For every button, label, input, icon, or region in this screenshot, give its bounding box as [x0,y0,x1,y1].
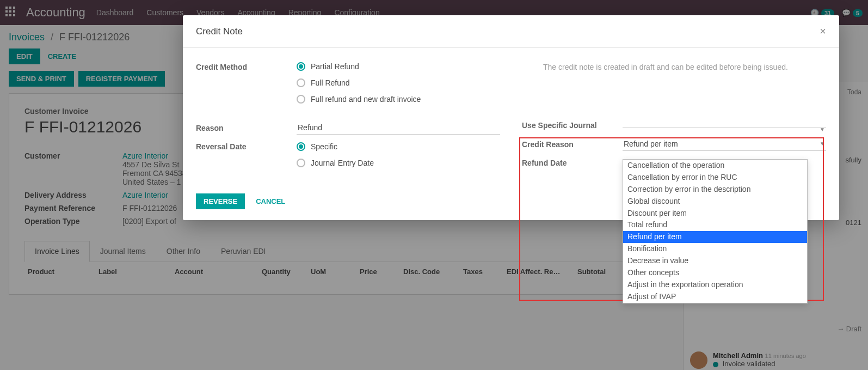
credit-note-hint: The credit note is created in draft and … [543,62,826,111]
dropdown-option[interactable]: Other concepts [623,267,807,279]
credit-reason-select[interactable]: Refund per item ▼ [623,137,826,151]
radio-full-draft-label: Full refund and new draft invoice [311,95,421,104]
credit-note-modal: Credit Note × Credit Method Partial Refu… [183,15,839,220]
radio-full-label: Full Refund [311,78,350,87]
radio-partial-label: Partial Refund [311,62,359,71]
dropdown-option[interactable]: Cancellation of the operation [623,160,807,172]
chevron-down-icon: ▼ [820,141,825,147]
credit-method-label: Credit Method [196,62,297,111]
chevron-down-icon: ▼ [820,126,825,132]
dropdown-option[interactable]: Total refund [623,219,807,231]
refund-date-label: Refund Date [522,159,623,167]
reverse-button[interactable]: REVERSE [196,193,245,209]
dropdown-option[interactable]: Adjust in the exportation operation [623,279,807,291]
radio-specific-label: Specific [311,142,337,151]
credit-reason-label: Credit Reason [522,140,623,149]
dropdown-option[interactable]: Bonification [623,243,807,255]
credit-reason-value: Refund per item [624,139,678,148]
reversal-date-label: Reversal Date [196,142,297,151]
journal-label: Use Specific Journal [522,121,623,130]
dropdown-option[interactable]: Refund per item [623,231,807,243]
journal-select[interactable]: ▼ [623,123,826,128]
cancel-button[interactable]: CANCEL [254,193,287,209]
dropdown-option[interactable]: Correction by error in the description [623,184,807,196]
radio-partial-refund[interactable]: Partial Refund [297,62,543,71]
dropdown-option[interactable]: Discount per item [623,208,807,220]
dropdown-option[interactable]: Adjust of IVAP [623,291,807,303]
close-icon[interactable]: × [820,25,826,38]
radio-journal-entry-date[interactable]: Journal Entry Date [297,159,500,167]
radio-full-refund[interactable]: Full Refund [297,78,543,87]
dropdown-option[interactable]: Decrease in value [623,255,807,267]
radio-journal-label: Journal Entry Date [311,159,374,167]
radio-specific-date[interactable]: Specific [297,142,500,151]
reason-input[interactable] [297,121,500,135]
modal-title: Credit Note [196,26,243,37]
radio-full-draft[interactable]: Full refund and new draft invoice [297,95,543,104]
dropdown-option[interactable]: Cancellation by error in the RUC [623,172,807,184]
dropdown-option[interactable]: Global discount [623,196,807,208]
reason-label: Reason [196,124,297,132]
credit-reason-dropdown: Cancellation of the operationCancellatio… [623,159,808,304]
